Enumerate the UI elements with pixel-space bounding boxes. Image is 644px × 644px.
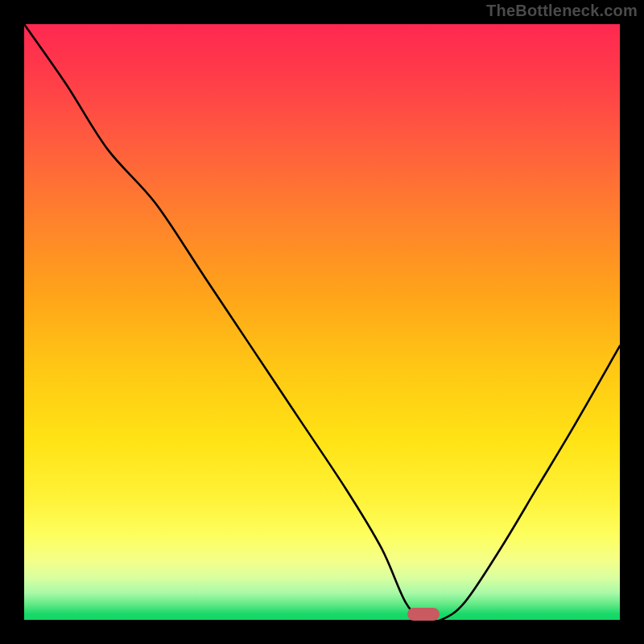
chart-container: TheBottleneck.com: [0, 0, 644, 644]
watermark-text: TheBottleneck.com: [486, 2, 638, 20]
plot-area: [24, 24, 620, 620]
curve-path: [24, 24, 620, 620]
bottleneck-curve: [24, 24, 620, 620]
optimal-marker: [407, 608, 440, 621]
